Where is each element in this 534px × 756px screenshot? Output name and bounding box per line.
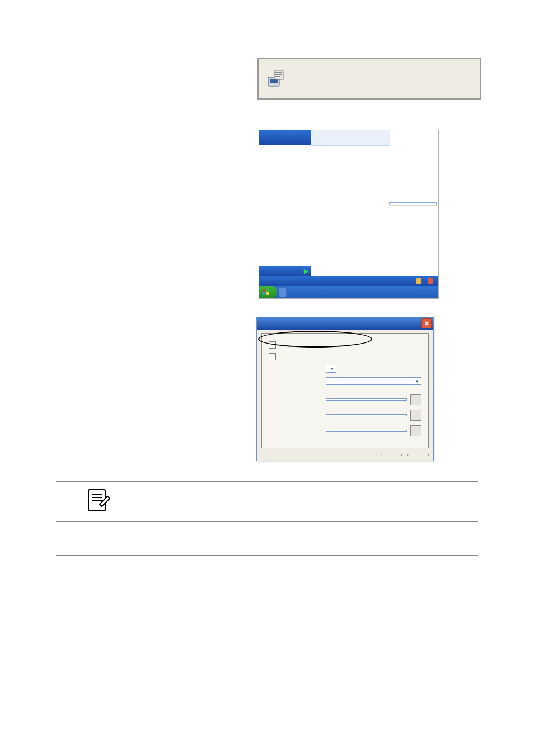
configuration-titlebar: ✕ xyxy=(257,317,433,330)
svg-rect-7 xyxy=(266,289,269,292)
enable-fullscreen-row[interactable] xyxy=(269,353,421,360)
svg-rect-9 xyxy=(266,292,269,295)
windows-logo-icon xyxy=(263,289,269,295)
chevron-right-icon: ▶ xyxy=(304,268,308,274)
browse-button[interactable] xyxy=(410,425,421,436)
svg-rect-3 xyxy=(275,72,282,73)
taskbar xyxy=(259,286,438,298)
note-icon xyxy=(85,487,111,513)
fullscreen-delay-select[interactable]: ▾ xyxy=(326,365,336,373)
svg-rect-6 xyxy=(263,289,265,292)
checkbox-icon[interactable] xyxy=(269,341,276,349)
music-folder-input[interactable] xyxy=(326,414,407,416)
tab-bar xyxy=(261,333,429,334)
installer-icon xyxy=(266,69,285,88)
taskbar-item[interactable] xyxy=(279,287,287,297)
svg-rect-4 xyxy=(275,74,282,75)
chevron-down-icon: ▾ xyxy=(331,366,334,372)
logoff-button[interactable] xyxy=(416,278,423,284)
hide-date-row[interactable] xyxy=(269,341,421,349)
svg-rect-8 xyxy=(263,292,265,295)
svg-rect-5 xyxy=(275,76,280,77)
ok-button[interactable] xyxy=(381,454,402,456)
video-folder-input[interactable] xyxy=(326,398,407,401)
start-button[interactable] xyxy=(259,286,277,298)
page-footer xyxy=(56,555,478,560)
checkbox-icon[interactable] xyxy=(269,353,276,360)
note-block xyxy=(56,481,478,522)
current-skin-select[interactable]: ▾ xyxy=(326,377,421,385)
browse-button[interactable] xyxy=(410,410,421,421)
start-menu-footer xyxy=(259,276,438,286)
close-icon: ✕ xyxy=(424,320,429,327)
chevron-down-icon: ▾ xyxy=(416,378,419,384)
start-menu-left-pane: ▶ xyxy=(259,130,311,276)
start-menu-user xyxy=(259,130,311,145)
close-button[interactable]: ✕ xyxy=(421,318,432,328)
picture-folder-input[interactable] xyxy=(326,430,407,432)
browse-button[interactable] xyxy=(410,394,421,405)
cancel-button[interactable] xyxy=(407,454,429,456)
all-programs-button[interactable]: ▶ xyxy=(259,266,311,276)
start-menu-screenshot: ▶ xyxy=(259,130,439,299)
shutdown-button[interactable] xyxy=(428,278,435,284)
programs-submenu xyxy=(311,130,390,276)
configuring-dialog xyxy=(257,58,481,100)
configuration-dialog: ✕ ▾ xyxy=(256,317,434,461)
home-theater-flyout xyxy=(389,202,437,205)
